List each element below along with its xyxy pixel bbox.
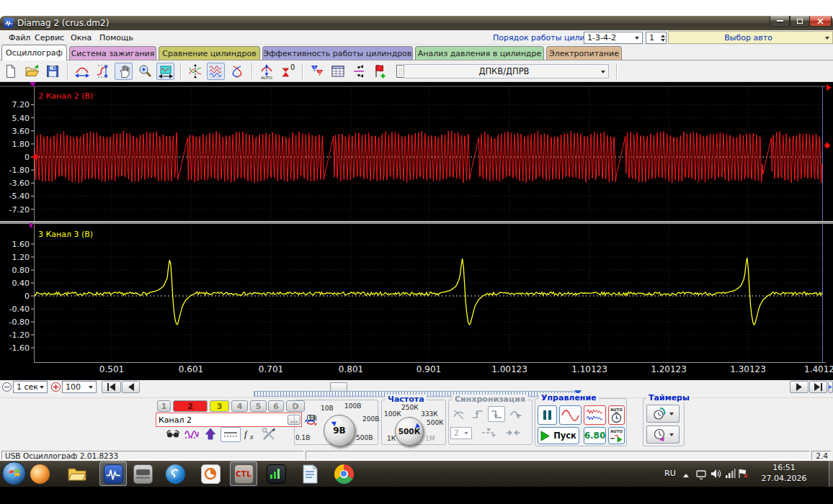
voltage-knob[interactable]: 9В <box>324 415 355 446</box>
xy-mode-button[interactable] <box>228 63 246 80</box>
maximize-button[interactable] <box>790 16 810 27</box>
zero-level-button[interactable]: 0 <box>278 63 296 80</box>
record-timer-button[interactable] <box>646 405 680 423</box>
time-scale-select[interactable]: 1 сек <box>13 381 48 393</box>
network-icon[interactable] <box>725 468 736 482</box>
spinner-arrows[interactable] <box>661 32 665 44</box>
horizontal-scale-button[interactable] <box>73 63 91 80</box>
taskbar-icon-chrome[interactable] <box>333 463 355 485</box>
step-back-button[interactable] <box>122 381 140 393</box>
table-view-button[interactable] <box>329 63 347 80</box>
channel2-zero-marker-left[interactable] <box>32 154 39 161</box>
taskbar-icon-device-app[interactable] <box>132 463 153 485</box>
taskbar-icon-notes-app[interactable] <box>299 463 321 485</box>
points-select[interactable]: 100 <box>62 381 97 393</box>
sync-falling-edge-button[interactable] <box>488 406 505 422</box>
line-style-button[interactable] <box>220 427 241 442</box>
taskbar-icon-media-app[interactable] <box>29 463 50 485</box>
visibility-icon[interactable] <box>164 427 182 441</box>
tray-display-icon[interactable] <box>696 469 706 482</box>
close-button[interactable] <box>809 16 832 27</box>
trigger-level-value[interactable]: 6.80 <box>584 427 606 444</box>
oscilloscope-plot[interactable]: 7.205.403.601.800-1.80-3.60-5.40-7.202 К… <box>0 82 833 380</box>
multi-wave-button[interactable] <box>584 405 606 425</box>
markers-button[interactable]: 12 <box>308 63 326 80</box>
channel3-trigger-marker[interactable] <box>30 223 32 228</box>
overlay-signals-button[interactable] <box>207 63 225 80</box>
split-view-button[interactable] <box>349 63 368 80</box>
hand-tool-button[interactable] <box>115 63 133 80</box>
taskbar-icon-diagnostic-app[interactable] <box>200 463 221 485</box>
new-file-button[interactable] <box>1 63 19 80</box>
taskbar-icon-file-explorer[interactable] <box>66 463 88 485</box>
tab-cylinder-efficiency[interactable]: Эффективность работы цилиндров <box>262 46 413 60</box>
auto-capture-button[interactable]: AUTO <box>608 427 625 444</box>
sync-manual-button[interactable] <box>507 406 524 422</box>
playback-timer-button[interactable] <box>646 426 680 444</box>
go-first-button[interactable] <box>102 381 121 393</box>
channel2-level-marker-right[interactable] <box>824 143 831 149</box>
pause-button[interactable] <box>538 405 557 425</box>
channel-button-3[interactable]: 3 <box>210 400 229 412</box>
plot-canvas[interactable]: 7.205.403.601.800-1.80-3.60-5.40-7.202 К… <box>0 82 833 380</box>
single-wave-button[interactable] <box>559 405 582 425</box>
channel-button-4[interactable]: 4 <box>231 400 248 412</box>
auto-setup-button[interactable]: AUTO <box>608 405 625 425</box>
sensor-select[interactable]: ДПКВ/ДПРВ <box>404 64 609 78</box>
start-button[interactable]: Пуск <box>538 427 579 444</box>
zoom-in-time-icon[interactable] <box>51 382 61 392</box>
menu-item-0[interactable]: Файл <box>6 32 33 43</box>
go-last-button[interactable] <box>809 381 827 393</box>
math-function-icon[interactable]: fx <box>242 427 258 441</box>
tab-cylinder-pressure[interactable]: Анализ давления в цилиндре <box>415 46 544 60</box>
start-button-orb[interactable] <box>2 462 26 485</box>
tray-clock-date[interactable]: 27.04.2026 <box>755 474 813 483</box>
tab-power-supply[interactable]: Электропитание <box>546 46 622 60</box>
language-indicator[interactable]: RU <box>664 469 676 478</box>
taskbar-icon-ctl-app[interactable]: CTL <box>233 463 254 485</box>
frequency-knob[interactable]: 500К <box>395 417 424 446</box>
car-select[interactable]: Выбор авто <box>668 31 833 44</box>
minimize-button[interactable] <box>770 16 790 27</box>
action-center-flag-icon[interactable] <box>738 468 749 482</box>
compare-signals-button[interactable] <box>186 63 204 80</box>
menu-item-2[interactable]: Окна <box>68 32 94 43</box>
cylinder-order-select[interactable]: 1-3-4-2 <box>584 32 643 44</box>
vertical-scale-button[interactable] <box>94 63 112 80</box>
tab-cylinder-comparison[interactable]: Сравнение цилиндров <box>159 46 260 60</box>
play-button[interactable] <box>828 381 833 393</box>
volume-icon[interactable] <box>710 468 721 482</box>
settings-tools-icon[interactable] <box>259 427 278 441</box>
menu-item-3[interactable]: Помощь <box>97 32 136 43</box>
sync-window-button[interactable] <box>478 426 499 439</box>
tray-clock-time[interactable]: 16:51 <box>766 463 802 472</box>
show-desktop-button[interactable] <box>829 461 833 487</box>
open-file-button[interactable] <box>22 63 40 80</box>
step-forward-button[interactable] <box>790 381 808 393</box>
zoom-tool-button[interactable] <box>135 63 153 80</box>
scroll-right-marker[interactable] <box>827 84 832 91</box>
spinner-down-icon[interactable] <box>661 39 665 44</box>
channel-name-input[interactable] <box>156 415 288 426</box>
channel-button-1[interactable]: 1 <box>157 400 171 412</box>
signal-color-icon[interactable] <box>183 427 200 441</box>
add-flag-button[interactable] <box>370 63 388 80</box>
auto-scale-button[interactable]: AUTO <box>257 63 275 80</box>
sync-rising-edge-button[interactable] <box>469 406 486 422</box>
menu-item-1[interactable]: Сервис <box>32 32 67 43</box>
spinner-up-icon[interactable] <box>661 32 665 37</box>
channel-button-5[interactable]: 5 <box>250 400 267 412</box>
invert-signal-icon[interactable] <box>202 427 219 441</box>
select-fragment-button[interactable] <box>156 63 174 80</box>
tab-oscilloscope[interactable]: Осциллограф <box>1 45 67 60</box>
taskbar-icon-messenger-app[interactable] <box>164 463 186 485</box>
channel-button-2[interactable]: 2 <box>173 400 208 412</box>
zoom-out-time-icon[interactable] <box>2 382 12 392</box>
sync-type-button[interactable] <box>450 406 468 422</box>
tab-ignition[interactable]: Система зажигания <box>69 46 156 60</box>
channel-button-6[interactable]: 6 <box>268 400 284 412</box>
cylinder-number-spinner[interactable]: 1 <box>646 32 667 44</box>
taskbar-icon-diamag-app[interactable] <box>102 463 124 485</box>
sync-divider-select[interactable]: 2 <box>450 427 472 439</box>
save-file-button[interactable] <box>43 63 61 80</box>
